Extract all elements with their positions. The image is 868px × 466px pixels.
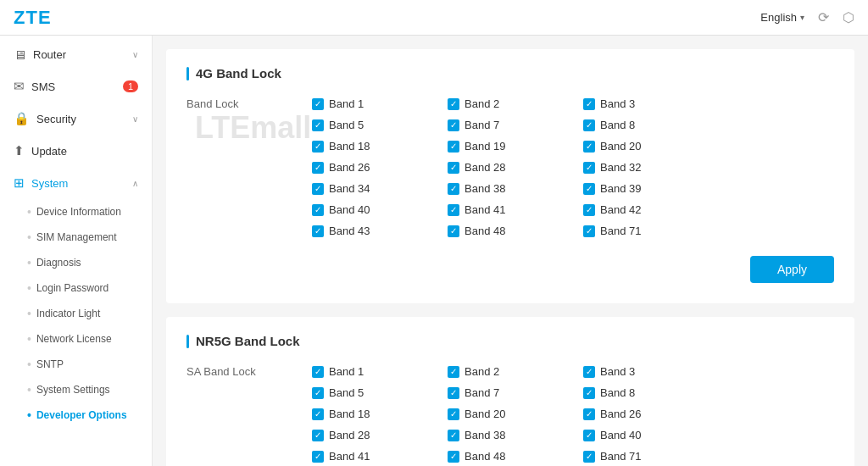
- band-item[interactable]: Band 42: [583, 202, 719, 218]
- band-item[interactable]: Band 38: [448, 427, 583, 443]
- band-label: Band 3: [600, 365, 635, 378]
- band-checkbox[interactable]: [312, 225, 324, 237]
- band-item[interactable]: Band 1: [312, 363, 448, 380]
- band-label: Band 48: [465, 450, 505, 463]
- sidebar-item-indicator-light[interactable]: Indicator Light: [0, 301, 152, 326]
- band-item[interactable]: Band 18: [312, 406, 448, 422]
- band-checkbox[interactable]: [312, 451, 324, 463]
- sidebar-item-login-password[interactable]: Login Password: [0, 275, 152, 301]
- band-item[interactable]: Band 48: [448, 448, 583, 464]
- band-checkbox[interactable]: [583, 366, 595, 378]
- band-item[interactable]: Band 28: [448, 159, 583, 175]
- band-checkbox[interactable]: [312, 98, 324, 110]
- band-item[interactable]: Band 41: [448, 202, 583, 218]
- band-checkbox[interactable]: [583, 408, 595, 420]
- sidebar-item-update[interactable]: ⬆ Update: [0, 135, 152, 167]
- band-checkbox[interactable]: [448, 98, 459, 110]
- band-item[interactable]: Band 40: [312, 202, 448, 218]
- band-item[interactable]: Band 43: [312, 223, 448, 239]
- band-checkbox[interactable]: [448, 387, 459, 399]
- band-checkbox[interactable]: [312, 430, 324, 441]
- band-checkbox[interactable]: [448, 204, 459, 216]
- band-item[interactable]: Band 38: [448, 180, 583, 197]
- sidebar-item-network-license[interactable]: Network License: [0, 326, 152, 352]
- system-submenu: Device Information SIM Management Diagno…: [0, 199, 152, 428]
- band-item[interactable]: Band 7: [448, 117, 583, 133]
- band-checkbox[interactable]: [583, 430, 595, 441]
- band-item[interactable]: Band 20: [448, 406, 583, 422]
- band-checkbox[interactable]: [583, 183, 595, 195]
- language-selector[interactable]: English ▾: [760, 11, 804, 24]
- band-item[interactable]: Band 8: [583, 385, 719, 401]
- band-item[interactable]: Band 40: [583, 427, 719, 443]
- band-checkbox[interactable]: [312, 141, 324, 153]
- band-checkbox[interactable]: [448, 141, 459, 153]
- band-item[interactable]: Band 71: [583, 448, 719, 464]
- band-checkbox[interactable]: [312, 183, 324, 195]
- sidebar-item-diagnosis[interactable]: Diagnosis: [0, 250, 152, 275]
- band-label: Band 26: [329, 161, 370, 174]
- band-checkbox[interactable]: [312, 119, 324, 131]
- band-checkbox[interactable]: [448, 183, 459, 195]
- sidebar-item-system-settings[interactable]: System Settings: [0, 377, 152, 402]
- sidebar-item-security[interactable]: 🔒 Security ∨: [0, 103, 152, 135]
- chevron-icon: ∧: [132, 179, 138, 188]
- band-item[interactable]: Band 3: [583, 96, 719, 112]
- band-checkbox[interactable]: [448, 162, 459, 174]
- band-item[interactable]: Band 26: [312, 159, 448, 175]
- band-checkbox[interactable]: [448, 451, 459, 463]
- band-label: Band 38: [465, 429, 505, 441]
- sidebar-item-device-info[interactable]: Device Information: [0, 199, 152, 225]
- 4g-apply-button[interactable]: Apply: [750, 256, 834, 283]
- sidebar-item-sim-management[interactable]: SIM Management: [0, 225, 152, 250]
- header: ZTE English ▾ ⟳ ⬡: [0, 0, 868, 36]
- band-label: Band 41: [329, 450, 370, 463]
- band-item[interactable]: Band 8: [583, 117, 719, 133]
- band-checkbox[interactable]: [312, 408, 324, 420]
- band-item[interactable]: Band 28: [312, 427, 448, 443]
- band-item[interactable]: Band 2: [448, 363, 583, 380]
- band-checkbox[interactable]: [583, 451, 595, 463]
- sidebar-item-system[interactable]: ⊞ System ∧: [0, 167, 152, 199]
- band-item[interactable]: Band 26: [583, 406, 719, 422]
- band-item[interactable]: Band 18: [312, 138, 448, 154]
- band-label: Band 8: [600, 119, 635, 131]
- band-checkbox[interactable]: [448, 366, 459, 378]
- band-item[interactable]: Band 48: [448, 223, 583, 239]
- band-checkbox[interactable]: [583, 162, 595, 174]
- band-label: Band 42: [600, 203, 641, 216]
- band-item[interactable]: Band 5: [312, 385, 448, 401]
- sidebar-item-developer-options[interactable]: Developer Options: [0, 402, 152, 428]
- band-item[interactable]: Band 2: [448, 96, 583, 112]
- band-checkbox[interactable]: [448, 225, 459, 237]
- band-checkbox[interactable]: [448, 430, 459, 441]
- band-checkbox[interactable]: [583, 387, 595, 399]
- band-checkbox[interactable]: [448, 408, 459, 420]
- band-checkbox[interactable]: [583, 141, 595, 153]
- band-item[interactable]: Band 19: [448, 138, 583, 154]
- band-item[interactable]: Band 3: [583, 363, 719, 380]
- band-checkbox[interactable]: [312, 366, 324, 378]
- band-checkbox[interactable]: [312, 204, 324, 216]
- band-checkbox[interactable]: [312, 387, 324, 399]
- band-item[interactable]: Band 7: [448, 385, 583, 401]
- sidebar-item-sntp[interactable]: SNTP: [0, 352, 152, 377]
- band-item[interactable]: Band 71: [583, 223, 719, 239]
- band-item[interactable]: Band 20: [583, 138, 719, 154]
- band-checkbox[interactable]: [583, 225, 595, 237]
- band-item[interactable]: Band 39: [583, 180, 719, 197]
- band-checkbox[interactable]: [312, 162, 324, 174]
- band-checkbox[interactable]: [448, 119, 459, 131]
- logout-icon[interactable]: ⬡: [843, 9, 854, 25]
- sidebar-item-sms[interactable]: ✉ SMS 1: [0, 70, 152, 103]
- band-item[interactable]: Band 5: [312, 117, 448, 133]
- band-item[interactable]: Band 32: [583, 159, 719, 175]
- band-item[interactable]: Band 41: [312, 448, 448, 464]
- band-item[interactable]: Band 1: [312, 96, 448, 112]
- 4g-band-lock-section: 4G Band Lock Band Lock Band 1Band 2Band …: [166, 49, 854, 303]
- sidebar-item-router[interactable]: 🖥 Router ∨: [0, 39, 152, 70]
- band-item[interactable]: Band 34: [312, 180, 448, 197]
- band-checkbox[interactable]: [583, 98, 595, 110]
- band-checkbox[interactable]: [583, 204, 595, 216]
- band-checkbox[interactable]: [583, 119, 595, 131]
